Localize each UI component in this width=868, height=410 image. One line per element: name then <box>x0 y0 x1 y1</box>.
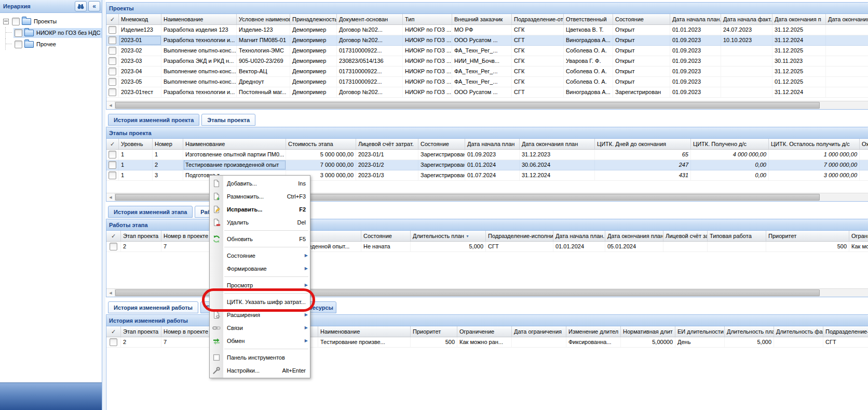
tree-item-body[interactable]: НИОКР по ГОЗ без НДС <box>13 28 102 38</box>
column-header[interactable]: Подразделение-и <box>823 326 868 337</box>
column-header[interactable]: ✓ <box>106 326 121 337</box>
column-header[interactable]: Лицевой счёт затрат. <box>356 139 418 149</box>
column-header[interactable]: Внешний заказчик <box>452 14 512 24</box>
column-header[interactable]: Типовая работа <box>708 231 766 241</box>
column-header[interactable]: Длительность пла <box>725 326 774 337</box>
column-header[interactable]: Условное наименова <box>237 14 290 24</box>
column-header[interactable]: Дата окончания план <box>605 231 663 241</box>
tree-item[interactable]: НИОКР по ГОЗ без НДС <box>2 27 102 38</box>
column-header[interactable]: Этап проекта <box>121 231 161 241</box>
menu-item[interactable]: Обмен▶ <box>210 334 310 347</box>
column-header[interactable]: Состояние <box>361 231 411 241</box>
row-checkbox[interactable] <box>108 47 116 55</box>
row-checkbox[interactable] <box>108 26 116 34</box>
search-button[interactable] <box>75 1 87 11</box>
column-header[interactable]: Ответственный <box>564 14 613 24</box>
table-row[interactable]: 2023-02Выполнение опытно-конс...Технолог… <box>106 46 868 56</box>
column-header[interactable]: Дата начала факт. <box>721 14 772 24</box>
table-row[interactable]: 2023-03Разработка ЭКД и РКД н...905-U020… <box>106 56 868 67</box>
column-header[interactable]: Наименование <box>183 139 286 149</box>
row-checkbox[interactable] <box>110 338 117 346</box>
tab[interactable]: История изменений работы <box>108 301 198 313</box>
column-header[interactable]: Дата окончания <box>826 14 868 24</box>
tree-checkbox[interactable] <box>15 29 22 37</box>
collapse-panel-button[interactable]: « <box>88 1 100 11</box>
column-header[interactable]: Этап проекта <box>121 326 161 337</box>
column-header[interactable]: Дата окончания п <box>772 14 826 24</box>
column-header[interactable]: Подразделение-исполнитель.. <box>486 231 553 241</box>
menu-item[interactable]: Просмотр▶ <box>210 279 310 292</box>
table-row[interactable]: 2023-01Разработка технологии и...Магнит … <box>106 35 868 46</box>
column-header[interactable]: Приоритет <box>766 231 849 241</box>
table-row[interactable]: 2023-01тестРазработка технологии и...Пос… <box>106 87 868 98</box>
menu-item[interactable]: Исправить...F2 <box>210 203 310 216</box>
row-checkbox[interactable] <box>108 171 116 179</box>
column-header[interactable]: Приоритет <box>411 326 457 337</box>
scroll-left-button[interactable]: ◀ <box>106 193 115 201</box>
column-header[interactable]: Дата начала план. <box>670 14 721 24</box>
menu-item[interactable]: Панель инструментов <box>210 351 310 364</box>
menu-item[interactable]: Добавить...Ins <box>210 177 310 190</box>
tree-item[interactable]: Прочее <box>2 38 102 50</box>
table-row[interactable]: 2023-04Выполнение опытно-конс...Вектор-А… <box>106 67 868 77</box>
row-checkbox[interactable] <box>108 57 116 65</box>
tree-item-body[interactable]: Прочее <box>13 39 58 49</box>
tree-checkbox[interactable] <box>15 41 22 48</box>
column-header[interactable]: ЦИТК. Дней до окончания <box>595 139 691 149</box>
column-header[interactable]: Изменение длител <box>566 326 621 337</box>
column-header[interactable]: Дата ограничения <box>512 326 566 337</box>
menu-item[interactable]: ОбновитьF5 <box>210 232 310 245</box>
column-header[interactable]: Лицевой счёт затр <box>663 231 708 241</box>
column-header[interactable]: Дата начала план. <box>553 231 605 241</box>
menu-item[interactable]: Настройки...Alt+Enter <box>210 364 310 377</box>
column-header[interactable]: Мнемокод <box>119 14 161 24</box>
row-checkbox[interactable] <box>108 88 116 96</box>
tab[interactable]: История изменений этапа <box>108 206 193 218</box>
table-row[interactable]: 2023-05Выполнение опытно-конс...Дредноут… <box>106 77 868 87</box>
table-row[interactable]: Изделие123Разработка изделия 123Изделие-… <box>106 25 868 35</box>
column-header[interactable]: ЕИ длительности <box>675 326 725 337</box>
column-header[interactable]: Состояние <box>613 14 670 24</box>
scroll-left-button[interactable]: ◀ <box>106 101 115 109</box>
table-row[interactable]: 11Изготовление опытной партии ПМ0...5 00… <box>106 150 868 160</box>
row-checkbox[interactable] <box>110 243 117 250</box>
column-header[interactable]: ✓ <box>106 139 119 149</box>
column-header[interactable]: Ожидаемь <box>860 139 868 149</box>
column-header[interactable]: ЦИТК. Осталось получить д/с <box>769 139 860 149</box>
scroll-left-button[interactable]: ◀ <box>106 289 115 297</box>
menu-item[interactable]: ЦИТК. Указать шифр затрат... <box>210 295 310 308</box>
menu-item[interactable]: УдалитьDel <box>210 216 310 229</box>
column-header[interactable]: Наименование <box>318 326 411 337</box>
column-header[interactable]: Подразделение-от <box>512 14 564 24</box>
tree-checkbox[interactable] <box>12 18 20 25</box>
row-checkbox[interactable] <box>108 151 116 158</box>
column-header[interactable]: Нормативная длит <box>621 326 675 337</box>
column-header[interactable]: Длительность план▼ <box>411 231 486 241</box>
scrollbar-thumb[interactable] <box>115 102 820 109</box>
column-header[interactable]: Наименование <box>161 14 237 24</box>
row-checkbox[interactable] <box>108 36 116 44</box>
column-header[interactable]: Длительность фак <box>774 326 823 337</box>
column-header[interactable]: ЦИТК. Получено д/с <box>691 139 769 149</box>
horizontal-scrollbar[interactable]: ◀ <box>106 101 868 109</box>
row-checkbox[interactable] <box>108 78 116 86</box>
tree-item[interactable]: Проекты <box>2 16 102 27</box>
column-header[interactable]: Состояние <box>418 139 465 149</box>
row-checkbox[interactable] <box>108 68 116 75</box>
column-header[interactable]: Уровень <box>119 139 153 149</box>
column-header[interactable]: Документ-основан <box>337 14 403 24</box>
column-header[interactable]: Тип <box>403 14 452 24</box>
tree-expander-icon[interactable] <box>3 19 9 24</box>
column-header[interactable]: ✓ <box>106 14 119 24</box>
tab[interactable]: История изменений проекта <box>108 114 199 126</box>
menu-item[interactable]: Формирование▶ <box>210 262 310 275</box>
menu-item[interactable]: Состояние▶ <box>210 249 310 262</box>
column-header[interactable]: Дата начала план <box>465 139 520 149</box>
row-checkbox[interactable] <box>108 161 116 169</box>
menu-item[interactable]: +Размножить...Ctrl+F3 <box>210 190 310 203</box>
column-header[interactable]: Дата окончания план <box>520 139 595 149</box>
table-row[interactable]: 12Тестирование произведенной опыт7 000 0… <box>106 160 868 170</box>
menu-item[interactable]: Связи▶ <box>210 321 310 334</box>
column-header[interactable]: Принадлежность <box>290 14 337 24</box>
column-header[interactable]: Номер в проекте <box>161 231 211 241</box>
